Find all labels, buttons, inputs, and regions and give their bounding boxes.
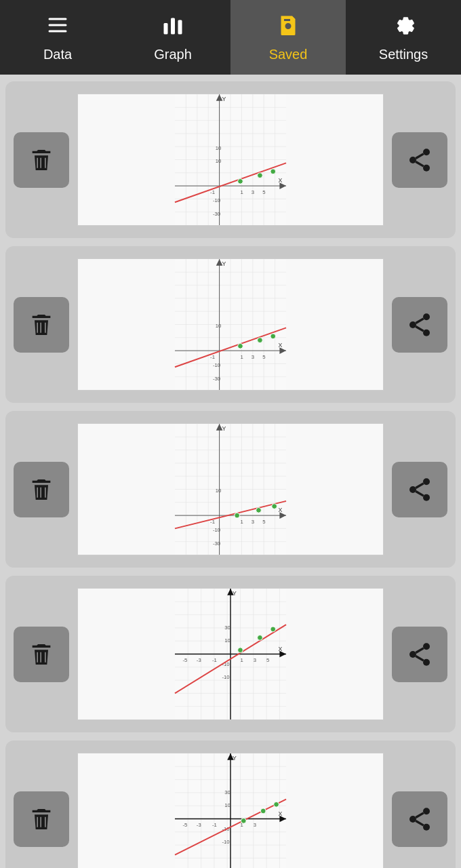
svg-text:X: X	[278, 507, 282, 513]
svg-point-86	[423, 329, 430, 336]
svg-rect-1	[49, 24, 67, 26]
tab-saved-label: Saved	[269, 47, 308, 62]
svg-point-84	[423, 313, 430, 320]
svg-text:5: 5	[266, 657, 269, 663]
svg-point-83	[270, 334, 276, 339]
delete-button-2[interactable]	[14, 297, 69, 353]
svg-text:-30: -30	[213, 376, 220, 382]
svg-line-46	[416, 161, 423, 166]
tab-data[interactable]: Data	[0, 0, 115, 75]
svg-point-44	[409, 157, 416, 163]
svg-point-43	[423, 149, 430, 155]
svg-line-129	[416, 483, 423, 488]
svg-text:30: 30	[224, 625, 230, 631]
svg-point-81	[238, 343, 243, 349]
svg-point-165	[238, 648, 243, 653]
graph-thumbnail-3[interactable]: X Y 1 3 5 -1 10 -10 -30	[77, 423, 384, 555]
svg-text:3: 3	[254, 822, 256, 828]
svg-point-208	[260, 808, 266, 814]
graph-thumbnail-4[interactable]: X Y -5 -3 -1 1 3 5 30 10 -10 -10	[77, 588, 384, 720]
svg-point-41	[258, 173, 263, 178]
svg-text:30: 30	[224, 789, 230, 795]
saved-card-1: X Y 1 3 5 -1 10 10 -10 -30	[5, 81, 456, 238]
svg-line-172	[416, 648, 423, 652]
svg-text:X: X	[278, 810, 282, 817]
svg-text:-10: -10	[222, 674, 229, 680]
svg-text:10: 10	[224, 637, 230, 644]
share-button-4[interactable]	[392, 627, 447, 682]
delete-button-5[interactable]	[14, 791, 69, 847]
tab-saved[interactable]: Saved	[230, 0, 346, 75]
saved-card-4: X Y -5 -3 -1 1 3 5 30 10 -10 -10	[5, 576, 456, 732]
svg-text:-10: -10	[213, 527, 220, 533]
tab-settings-label: Settings	[379, 47, 428, 62]
svg-rect-3	[164, 23, 168, 35]
svg-text:1: 1	[240, 519, 243, 525]
svg-text:3: 3	[254, 657, 256, 663]
gear-icon	[391, 13, 416, 43]
svg-line-47	[416, 153, 423, 158]
svg-text:3: 3	[252, 354, 254, 360]
tab-settings[interactable]: Settings	[346, 0, 461, 75]
svg-text:3: 3	[252, 519, 254, 525]
graph-thumbnail-5[interactable]: X Y -5 -3 -1 1 3 30 10 -10 -10	[77, 753, 384, 868]
svg-text:1: 1	[240, 657, 243, 663]
graph-thumbnail-2[interactable]: X Y 1 3 5 -1 10 -10 -30	[77, 258, 384, 391]
svg-text:-10: -10	[222, 839, 229, 845]
svg-point-210	[423, 808, 430, 814]
svg-line-87	[416, 326, 423, 331]
saved-card-3: X Y 1 3 5 -1 10 -10 -30	[5, 411, 456, 568]
svg-point-209	[274, 802, 279, 807]
svg-text:10: 10	[216, 145, 222, 151]
delete-button-4[interactable]	[14, 627, 69, 682]
svg-point-126	[409, 486, 416, 493]
share-button-2[interactable]	[392, 297, 447, 353]
tab-graph-label: Graph	[154, 47, 192, 62]
svg-text:Y: Y	[233, 590, 237, 597]
svg-point-82	[258, 338, 263, 343]
tab-graph[interactable]: Graph	[115, 0, 230, 75]
svg-text:10: 10	[216, 488, 222, 494]
svg-text:-10: -10	[213, 197, 220, 203]
svg-line-128	[416, 491, 423, 496]
svg-rect-5	[178, 20, 182, 34]
svg-point-85	[409, 321, 416, 328]
svg-point-170	[423, 658, 430, 665]
svg-text:5: 5	[262, 354, 265, 360]
svg-point-211	[409, 816, 416, 823]
svg-text:-3: -3	[197, 657, 201, 663]
svg-text:-1: -1	[212, 822, 217, 828]
svg-text:Y: Y	[222, 425, 226, 432]
delete-button-3[interactable]	[14, 462, 69, 517]
svg-text:1: 1	[240, 189, 243, 195]
graph-thumbnail-1[interactable]: X Y 1 3 5 -1 10 10 -10 -30	[77, 94, 384, 226]
svg-point-122	[235, 513, 240, 518]
share-button-5[interactable]	[392, 791, 447, 847]
svg-text:10: 10	[216, 323, 222, 329]
svg-rect-0	[49, 18, 67, 20]
svg-point-169	[409, 651, 416, 658]
svg-line-171	[416, 656, 423, 660]
svg-text:-5: -5	[183, 822, 188, 828]
svg-text:5: 5	[262, 519, 265, 525]
svg-text:-3: -3	[197, 822, 201, 828]
svg-text:10: 10	[216, 158, 222, 164]
svg-point-127	[423, 494, 430, 500]
svg-text:5: 5	[262, 189, 265, 195]
bar-chart-icon	[161, 13, 185, 43]
svg-point-167	[270, 627, 276, 632]
svg-point-168	[423, 643, 430, 650]
svg-point-42	[270, 169, 276, 174]
share-button-3[interactable]	[392, 462, 447, 517]
svg-point-166	[258, 635, 263, 641]
svg-point-45	[423, 164, 430, 171]
svg-line-88	[416, 318, 423, 323]
svg-text:10: 10	[224, 802, 230, 808]
share-button-1[interactable]	[392, 132, 447, 188]
svg-text:-1: -1	[212, 657, 217, 663]
delete-button-1[interactable]	[14, 132, 69, 188]
tab-data-label: Data	[43, 47, 72, 62]
svg-line-213	[416, 821, 423, 825]
svg-text:X: X	[278, 177, 282, 184]
svg-point-124	[272, 504, 277, 509]
